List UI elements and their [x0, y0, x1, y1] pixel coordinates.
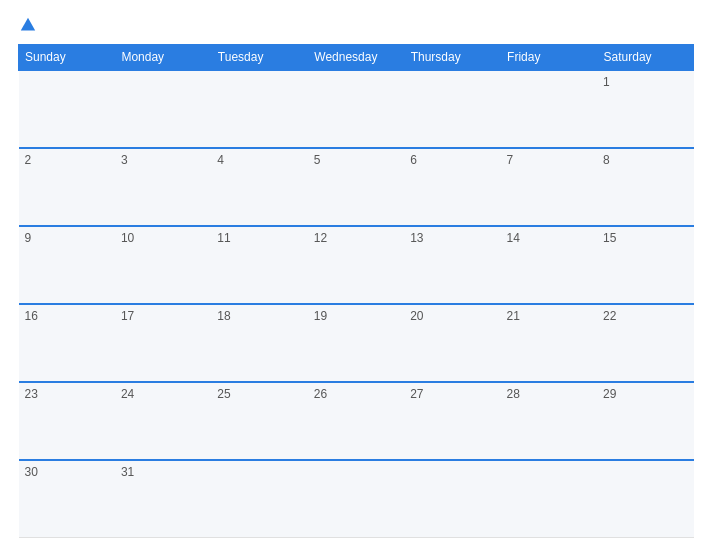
day-number: 3: [121, 153, 128, 167]
week-row-2: 2345678: [19, 148, 694, 226]
week-row-5: 23242526272829: [19, 382, 694, 460]
calendar-cell: [501, 70, 597, 148]
day-number: 28: [507, 387, 520, 401]
day-number: 13: [410, 231, 423, 245]
day-number: 7: [507, 153, 514, 167]
calendar-cell: 11: [211, 226, 307, 304]
day-number: 1: [603, 75, 610, 89]
calendar-cell: 3: [115, 148, 211, 226]
calendar-cell: 14: [501, 226, 597, 304]
calendar-cell: 20: [404, 304, 500, 382]
day-number: 14: [507, 231, 520, 245]
calendar-cell: 15: [597, 226, 693, 304]
calendar-cell: 23: [19, 382, 115, 460]
day-number: 19: [314, 309, 327, 323]
weekday-header-wednesday: Wednesday: [308, 45, 404, 71]
calendar-cell: 2: [19, 148, 115, 226]
calendar-body: 1234567891011121314151617181920212223242…: [19, 70, 694, 538]
calendar-cell: 18: [211, 304, 307, 382]
calendar-cell: [308, 460, 404, 538]
day-number: 22: [603, 309, 616, 323]
calendar-cell: [115, 70, 211, 148]
day-number: 29: [603, 387, 616, 401]
day-number: 5: [314, 153, 321, 167]
calendar-cell: 29: [597, 382, 693, 460]
calendar-cell: 13: [404, 226, 500, 304]
day-number: 11: [217, 231, 230, 245]
day-number: 25: [217, 387, 230, 401]
day-number: 15: [603, 231, 616, 245]
day-number: 6: [410, 153, 417, 167]
svg-marker-0: [21, 18, 35, 31]
calendar-cell: 16: [19, 304, 115, 382]
calendar-cell: [404, 70, 500, 148]
calendar-cell: [404, 460, 500, 538]
weekday-header-saturday: Saturday: [597, 45, 693, 71]
calendar-cell: [19, 70, 115, 148]
weekday-header-thursday: Thursday: [404, 45, 500, 71]
calendar-cell: 4: [211, 148, 307, 226]
calendar-header: [18, 16, 694, 34]
day-number: 9: [25, 231, 32, 245]
week-row-6: 3031: [19, 460, 694, 538]
calendar-cell: 10: [115, 226, 211, 304]
calendar-cell: [308, 70, 404, 148]
day-number: 2: [25, 153, 32, 167]
day-number: 10: [121, 231, 134, 245]
day-number: 12: [314, 231, 327, 245]
weekday-header-monday: Monday: [115, 45, 211, 71]
calendar-cell: 9: [19, 226, 115, 304]
weekday-header-friday: Friday: [501, 45, 597, 71]
calendar-cell: 28: [501, 382, 597, 460]
calendar-cell: 1: [597, 70, 693, 148]
week-row-3: 9101112131415: [19, 226, 694, 304]
day-number: 4: [217, 153, 224, 167]
calendar-cell: 22: [597, 304, 693, 382]
day-number: 30: [25, 465, 38, 479]
logo-icon: [19, 16, 37, 34]
calendar-cell: 19: [308, 304, 404, 382]
day-number: 24: [121, 387, 134, 401]
calendar-cell: [501, 460, 597, 538]
calendar-cell: 17: [115, 304, 211, 382]
calendar-cell: 27: [404, 382, 500, 460]
calendar-table: SundayMondayTuesdayWednesdayThursdayFrid…: [18, 44, 694, 538]
calendar-cell: [597, 460, 693, 538]
day-number: 26: [314, 387, 327, 401]
calendar-cell: 30: [19, 460, 115, 538]
calendar-cell: 7: [501, 148, 597, 226]
calendar-cell: 31: [115, 460, 211, 538]
weekday-header-row: SundayMondayTuesdayWednesdayThursdayFrid…: [19, 45, 694, 71]
calendar-cell: [211, 70, 307, 148]
weekday-header-tuesday: Tuesday: [211, 45, 307, 71]
day-number: 23: [25, 387, 38, 401]
week-row-4: 16171819202122: [19, 304, 694, 382]
day-number: 17: [121, 309, 134, 323]
calendar-cell: 5: [308, 148, 404, 226]
calendar-page: SundayMondayTuesdayWednesdayThursdayFrid…: [0, 0, 712, 550]
weekday-header-sunday: Sunday: [19, 45, 115, 71]
calendar-cell: 12: [308, 226, 404, 304]
day-number: 8: [603, 153, 610, 167]
calendar-cell: 6: [404, 148, 500, 226]
day-number: 21: [507, 309, 520, 323]
day-number: 18: [217, 309, 230, 323]
calendar-cell: 8: [597, 148, 693, 226]
logo: [18, 16, 37, 34]
calendar-cell: 24: [115, 382, 211, 460]
calendar-cell: [211, 460, 307, 538]
calendar-cell: 25: [211, 382, 307, 460]
day-number: 31: [121, 465, 134, 479]
calendar-cell: 21: [501, 304, 597, 382]
calendar-cell: 26: [308, 382, 404, 460]
day-number: 16: [25, 309, 38, 323]
day-number: 20: [410, 309, 423, 323]
week-row-1: 1: [19, 70, 694, 148]
day-number: 27: [410, 387, 423, 401]
